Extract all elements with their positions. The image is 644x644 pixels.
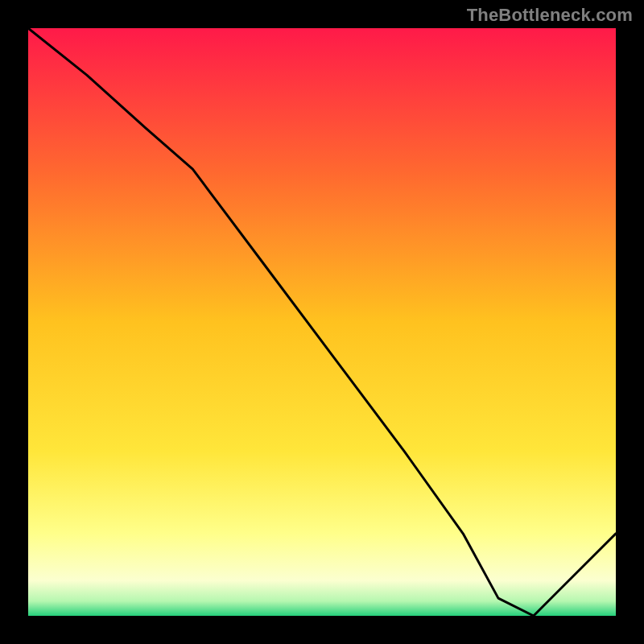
plot-frame bbox=[24, 24, 620, 620]
bottleneck-line bbox=[28, 28, 616, 616]
chart-stage: TheBottleneck.com bbox=[0, 0, 644, 644]
watermark-text: TheBottleneck.com bbox=[467, 5, 633, 26]
